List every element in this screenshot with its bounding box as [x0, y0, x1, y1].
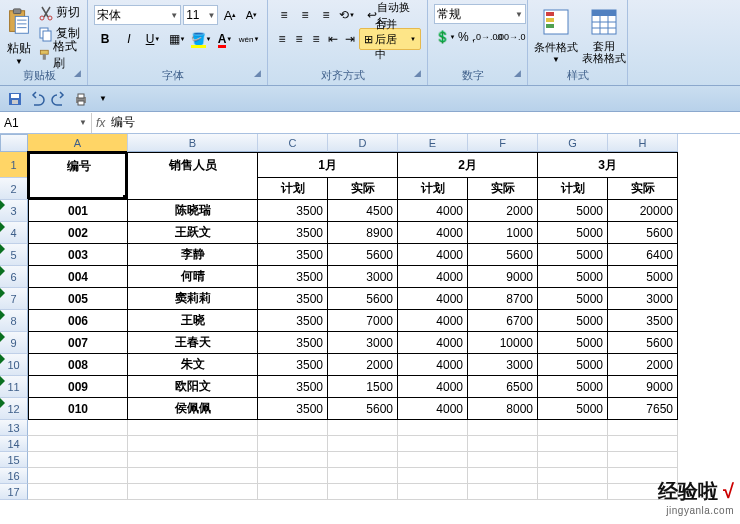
- cell[interactable]: 4000: [398, 200, 468, 222]
- cell[interactable]: [328, 436, 398, 452]
- cell[interactable]: 计划: [258, 178, 328, 200]
- align-left-button[interactable]: ≡: [274, 28, 290, 50]
- row-header[interactable]: 9: [0, 332, 28, 354]
- column-header[interactable]: B: [128, 134, 258, 152]
- decrease-decimal-button[interactable]: .00→.0: [500, 26, 522, 48]
- underline-button[interactable]: U▼: [142, 28, 164, 50]
- cell[interactable]: [128, 178, 258, 200]
- cell[interactable]: [538, 484, 608, 500]
- cell[interactable]: 5600: [608, 332, 678, 354]
- cell[interactable]: 3500: [258, 288, 328, 310]
- cell[interactable]: 1500: [328, 376, 398, 398]
- cell[interactable]: 朱文: [128, 354, 258, 376]
- increase-indent-button[interactable]: ⇥: [342, 28, 358, 50]
- cell[interactable]: 4000: [398, 332, 468, 354]
- cell[interactable]: 李静: [128, 244, 258, 266]
- cell[interactable]: 5600: [608, 222, 678, 244]
- cell[interactable]: 5000: [608, 266, 678, 288]
- cell[interactable]: 5000: [538, 310, 608, 332]
- row-header[interactable]: 15: [0, 452, 28, 468]
- cell[interactable]: 何晴: [128, 266, 258, 288]
- merge-center-button[interactable]: ⊞合并后居中▼: [359, 28, 421, 50]
- cell[interactable]: 5000: [538, 354, 608, 376]
- align-middle-button[interactable]: ≡: [295, 4, 315, 26]
- currency-button[interactable]: 💲▼: [434, 26, 456, 48]
- cell[interactable]: [398, 468, 468, 484]
- row-header[interactable]: 3: [0, 200, 28, 222]
- column-header[interactable]: A: [28, 134, 128, 152]
- save-button[interactable]: [6, 90, 24, 108]
- row-header[interactable]: 14: [0, 436, 28, 452]
- cell[interactable]: 3500: [258, 222, 328, 244]
- cell[interactable]: 实际: [468, 178, 538, 200]
- font-color-button[interactable]: A▼: [214, 28, 236, 50]
- row-header[interactable]: 6: [0, 266, 28, 288]
- cell[interactable]: [608, 436, 678, 452]
- number-format-select[interactable]: 常规▼: [434, 4, 526, 24]
- cell[interactable]: [608, 420, 678, 436]
- cell[interactable]: [398, 420, 468, 436]
- cell[interactable]: 6500: [468, 376, 538, 398]
- cell[interactable]: 王晓: [128, 310, 258, 332]
- name-box[interactable]: A1▼: [0, 113, 92, 133]
- dialog-launcher-icon[interactable]: ◢: [74, 68, 81, 78]
- cell[interactable]: 3500: [258, 244, 328, 266]
- cell[interactable]: [468, 452, 538, 468]
- cell[interactable]: [258, 468, 328, 484]
- cell[interactable]: 4000: [398, 376, 468, 398]
- cell[interactable]: 3500: [258, 266, 328, 288]
- cell[interactable]: 4000: [398, 222, 468, 244]
- print-button[interactable]: [72, 90, 90, 108]
- cell[interactable]: [258, 420, 328, 436]
- cell[interactable]: 005: [28, 288, 128, 310]
- cell[interactable]: 3500: [608, 310, 678, 332]
- cell[interactable]: [468, 484, 538, 500]
- row-header[interactable]: 10: [0, 354, 28, 376]
- cell[interactable]: 5600: [468, 244, 538, 266]
- cell[interactable]: [398, 436, 468, 452]
- cell[interactable]: [28, 420, 128, 436]
- paste-button[interactable]: 粘贴 ▼: [4, 2, 34, 66]
- cell[interactable]: [328, 484, 398, 500]
- orientation-button[interactable]: ⟲▼: [337, 4, 357, 26]
- table-format-button[interactable]: 套用 表格格式: [580, 2, 628, 66]
- cut-button[interactable]: 剪切: [36, 2, 83, 23]
- fill-color-button[interactable]: 🪣▼: [190, 28, 212, 50]
- cell[interactable]: 2月: [398, 152, 538, 178]
- cell[interactable]: [258, 452, 328, 468]
- cell[interactable]: 3500: [258, 354, 328, 376]
- cell[interactable]: 4000: [398, 266, 468, 288]
- cell[interactable]: 004: [28, 266, 128, 288]
- cell[interactable]: 4000: [398, 288, 468, 310]
- cell[interactable]: 5000: [538, 332, 608, 354]
- decrease-indent-button[interactable]: ⇤: [325, 28, 341, 50]
- cell[interactable]: 2000: [608, 354, 678, 376]
- select-all-button[interactable]: [0, 134, 28, 152]
- cell[interactable]: 陈晓瑞: [128, 200, 258, 222]
- conditional-format-button[interactable]: 条件格式 ▼: [532, 2, 580, 66]
- cell[interactable]: 007: [28, 332, 128, 354]
- italic-button[interactable]: I: [118, 28, 140, 50]
- row-header[interactable]: 8: [0, 310, 28, 332]
- undo-button[interactable]: [28, 90, 46, 108]
- cell[interactable]: 4000: [398, 354, 468, 376]
- cell[interactable]: [538, 468, 608, 484]
- align-bottom-button[interactable]: ≡: [316, 4, 336, 26]
- cell[interactable]: 5000: [538, 200, 608, 222]
- cell[interactable]: 1月: [258, 152, 398, 178]
- cell[interactable]: 8900: [328, 222, 398, 244]
- cell[interactable]: [328, 452, 398, 468]
- cell[interactable]: 3000: [468, 354, 538, 376]
- cell[interactable]: 20000: [608, 200, 678, 222]
- cell[interactable]: 8000: [468, 398, 538, 420]
- cell[interactable]: [128, 436, 258, 452]
- cell[interactable]: [538, 420, 608, 436]
- cell[interactable]: 7000: [328, 310, 398, 332]
- redo-button[interactable]: [50, 90, 68, 108]
- cell[interactable]: 4000: [398, 398, 468, 420]
- cell[interactable]: 10000: [468, 332, 538, 354]
- cell[interactable]: 5000: [538, 222, 608, 244]
- cell[interactable]: 5600: [328, 398, 398, 420]
- font-size-select[interactable]: 11▼: [183, 5, 218, 25]
- cell[interactable]: [398, 484, 468, 500]
